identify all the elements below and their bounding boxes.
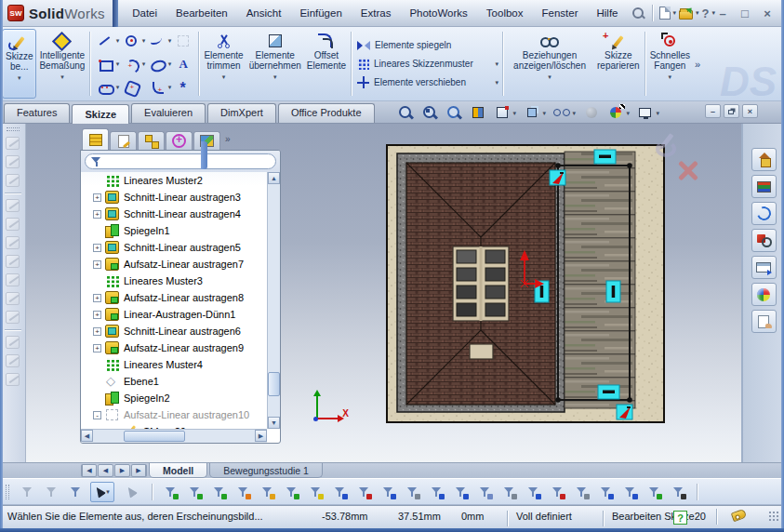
sketch-text-icon[interactable]: ▾	[170, 52, 196, 75]
tree-item-schnitt-linear-austragen5[interactable]: Schnitt-Linear austragen5	[81, 239, 267, 256]
smart-dimension-button[interactable]: IntelligenteBemaßung ▾	[36, 29, 87, 99]
view-settings-icon[interactable]: ▾	[634, 102, 656, 122]
motion-nav-first[interactable]: ◀	[81, 464, 97, 477]
doc-minimize-button[interactable]: –	[705, 104, 721, 118]
filter-axes-icon[interactable]	[282, 482, 301, 501]
hide-show-items-icon[interactable]: ▾	[551, 102, 572, 122]
skylight[interactable]	[453, 246, 509, 321]
maximize-button[interactable]: □	[737, 7, 752, 20]
minimize-button[interactable]: –	[715, 7, 730, 20]
expander-icon[interactable]	[93, 260, 101, 269]
select-other-button[interactable]	[119, 482, 143, 502]
hole-wizard-icon[interactable]	[6, 273, 20, 286]
menu-einfuegen[interactable]: Einfügen	[291, 5, 350, 21]
toolbar-grip[interactable]	[7, 127, 20, 131]
swept-boss-icon[interactable]	[6, 137, 20, 150]
scroll-left-button[interactable]: ◀	[81, 430, 93, 442]
previous-view-icon[interactable]: ▾	[443, 102, 464, 122]
filter-surface-bodies-icon[interactable]	[233, 482, 253, 501]
filter-surface-finish-icon[interactable]	[620, 482, 640, 501]
tree-item-schnitt-linear-austragen4[interactable]: Schnitt-Linear austragen4	[81, 206, 267, 222]
scroll-right-button[interactable]: ▶	[255, 430, 267, 442]
open-document-dropdown[interactable]: ▾	[696, 9, 699, 17]
tab-evaluieren[interactable]: Evaluieren	[131, 103, 206, 123]
sketch-box-select-icon[interactable]: ▾	[170, 29, 196, 52]
tree-item-ebene1[interactable]: Ebene1	[81, 373, 267, 390]
design-library-icon[interactable]	[751, 175, 777, 198]
filter-faces-icon[interactable]	[209, 482, 229, 501]
configurationmanager-tab[interactable]	[138, 131, 165, 150]
view-palette-icon[interactable]	[751, 256, 777, 279]
tree-item-aufsatz-linear-austragen7[interactable]: Aufsatz-Linear austragen7	[81, 256, 267, 273]
tab-dimxpert[interactable]: DimXpert	[207, 103, 276, 123]
tree-item-linear-austragen-duenn1[interactable]: Linear-Austragen-Dünn1	[81, 306, 267, 323]
motion-nav-last[interactable]: ▶	[131, 464, 147, 477]
tree-item-spiegeln2[interactable]: SpiegeIn2	[81, 390, 267, 406]
select-all-filters-icon[interactable]	[66, 482, 86, 501]
tree-item-schnitt-linear-austragen3[interactable]: Schnitt-Linear austragen3	[81, 189, 267, 206]
resize-grip[interactable]	[768, 511, 779, 522]
linear-sketch-pattern-button[interactable]: Lineares Skizzenmuster▾	[357, 56, 500, 72]
edit-appearance-icon[interactable]: ▾	[580, 102, 602, 122]
display-style-icon[interactable]: ▾	[521, 102, 542, 122]
tree-item-lineares-muster3[interactable]: Lineares Muster3	[81, 273, 267, 289]
rib-icon[interactable]	[6, 255, 20, 268]
filter-edges-icon[interactable]	[185, 482, 205, 501]
filter-solid-bodies-icon[interactable]	[258, 482, 277, 501]
filter-hatches-icon[interactable]	[499, 482, 519, 501]
quick-tips-icon[interactable]: ?	[673, 511, 687, 525]
menu-toolbox[interactable]: Toolbox	[478, 5, 532, 21]
sketch-circle-icon[interactable]: ▾	[118, 29, 144, 52]
dropdown-caret[interactable]: ▾	[273, 72, 277, 82]
motion-nav-prev[interactable]: ◀	[98, 464, 113, 477]
sketch-ellipse-icon[interactable]: ▾	[144, 52, 170, 75]
clear-filters-icon[interactable]	[42, 482, 61, 501]
panel-splitter-handle[interactable]	[201, 141, 207, 169]
tree-horizontal-scrollbar[interactable]: ◀ ▶	[81, 429, 267, 443]
offset-entities-button[interactable]: OffsetElemente	[304, 29, 349, 99]
filter-gtol-icon[interactable]	[596, 482, 616, 501]
model-top-view[interactable]	[386, 144, 665, 423]
dropdown-caret[interactable]: ▾	[496, 60, 499, 68]
expander-icon[interactable]	[93, 244, 101, 252]
sketch-line-icon[interactable]: ▾	[92, 29, 118, 52]
tree-item-aufsatz-linear-austragen10[interactable]: Aufsatz-Linear austragen10	[81, 406, 267, 423]
doc-close-button[interactable]: ×	[742, 104, 758, 118]
sketch-arc-icon[interactable]: ▾	[118, 52, 144, 75]
filter-blocks-icon[interactable]	[524, 482, 543, 501]
dropdown-caret[interactable]: ▾	[496, 79, 499, 86]
menu-bearbeiten[interactable]: Bearbeiten	[167, 5, 236, 21]
featuremanager-tab[interactable]	[82, 128, 109, 150]
search-icon[interactable]	[631, 6, 645, 20]
exit-sketch-button[interactable]: Skizzebe... ▾	[2, 29, 36, 99]
sketch-point-icon[interactable]: ▾	[170, 75, 196, 99]
filter-weld-symbols-icon[interactable]	[572, 482, 591, 501]
filter-reference-points-icon[interactable]	[644, 482, 664, 501]
tab-skizze[interactable]: Skizze	[72, 104, 129, 124]
filter-vertices-icon[interactable]	[161, 482, 180, 501]
help-icon[interactable]: ?	[702, 7, 710, 20]
view-orientation-icon[interactable]: ▾	[491, 102, 512, 122]
scroll-down-button[interactable]: ▼	[268, 417, 280, 429]
filter-annotations-icon[interactable]	[451, 482, 471, 501]
move-entities-button[interactable]: Elemente verschieben▾	[357, 74, 500, 90]
appearances-icon[interactable]	[751, 283, 777, 306]
scroll-thumb[interactable]	[124, 431, 185, 442]
draft-icon[interactable]	[6, 336, 20, 349]
filter-notes-icon[interactable]	[475, 482, 495, 501]
scroll-thumb[interactable]	[268, 372, 280, 396]
scroll-up-button[interactable]: ▲	[268, 172, 280, 184]
shell-icon[interactable]	[6, 311, 20, 324]
solidworks-search-icon[interactable]	[751, 229, 777, 252]
motion-study-tab[interactable]: Bewegungsstudie 1	[209, 463, 323, 478]
tree-item-lineares-muster4[interactable]: Lineares Muster4	[81, 356, 267, 373]
filter-sketches-icon[interactable]	[354, 482, 374, 501]
select-tool-button[interactable]: ▾	[90, 482, 114, 502]
menu-hilfe[interactable]: Hilfe	[588, 5, 626, 21]
sketch-slot-icon[interactable]: ▾	[92, 75, 118, 99]
new-document-dropdown[interactable]: ▾	[673, 9, 677, 17]
menu-ansicht[interactable]: Ansicht	[238, 5, 290, 21]
solidworks-resources-icon[interactable]	[751, 148, 777, 171]
dropdown-caret[interactable]: ▾	[548, 72, 551, 82]
lofted-boss-icon[interactable]	[6, 199, 20, 212]
